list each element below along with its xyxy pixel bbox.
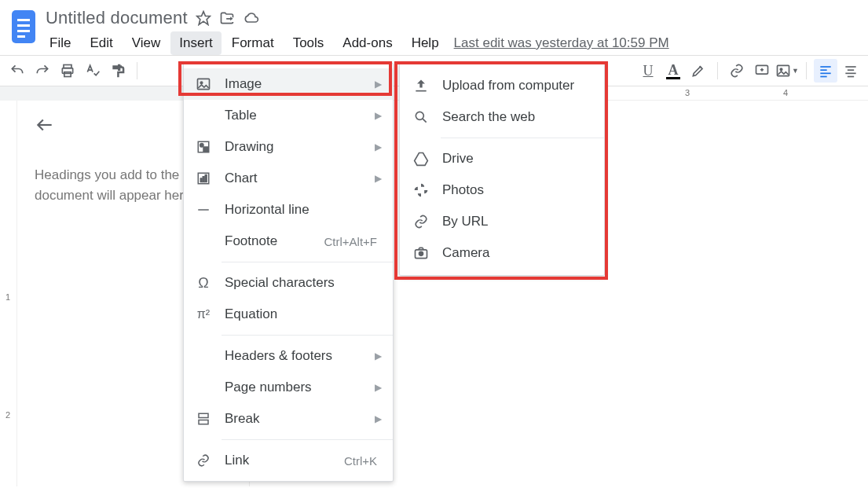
menu-item-label: Footnote <box>225 233 311 249</box>
upload-from-computer-item[interactable]: Upload from computer <box>400 70 604 101</box>
image-icon <box>195 76 212 92</box>
svg-line-35 <box>423 119 427 123</box>
underline-button[interactable]: U <box>636 59 660 83</box>
spellcheck-button[interactable] <box>81 59 104 83</box>
svg-rect-27 <box>200 178 202 182</box>
chevron-right-icon: ▶ <box>375 110 382 121</box>
insert-image-button[interactable]: ▼ <box>775 59 799 83</box>
insert-dropdown: Image ▶ Table ▶ Drawing ▶ Chart ▶ Horizo… <box>183 63 394 482</box>
move-icon[interactable] <box>219 10 235 26</box>
camera-item[interactable]: Camera <box>400 237 604 269</box>
menu-tools[interactable]: Tools <box>284 31 333 55</box>
docs-logo-icon[interactable] <box>6 5 41 49</box>
insert-link-button[interactable] <box>725 59 749 83</box>
horizontal-line-icon <box>195 203 212 217</box>
menu-item-label: Drawing <box>225 139 377 155</box>
menu-view[interactable]: View <box>123 31 170 55</box>
add-comment-button[interactable] <box>750 59 774 83</box>
drive-item[interactable]: Drive <box>400 143 604 174</box>
redo-button[interactable] <box>31 59 54 83</box>
menu-edit[interactable]: Edit <box>81 31 121 55</box>
svg-point-38 <box>419 251 423 255</box>
by-url-item[interactable]: By URL <box>400 206 604 237</box>
shortcut-text: Ctrl+Alt+F <box>324 235 377 248</box>
chevron-right-icon: ▶ <box>375 382 382 393</box>
search-the-web-item[interactable]: Search the web <box>400 101 604 133</box>
link-icon <box>412 214 430 229</box>
insert-hr-item[interactable]: Horizontal line <box>184 194 393 226</box>
submenu-label: Camera <box>442 245 489 261</box>
paint-format-button[interactable] <box>106 59 130 83</box>
menu-item-label: Table <box>225 108 377 123</box>
insert-headers-footers-item[interactable]: Headers & footers ▶ <box>184 340 393 372</box>
toolbar-separator <box>137 62 137 79</box>
insert-special-chars-item[interactable]: Ω Special characters <box>184 267 393 299</box>
chevron-right-icon: ▶ <box>375 350 382 361</box>
insert-footnote-item[interactable]: Footnote Ctrl+Alt+F <box>184 226 393 257</box>
submenu-label: Upload from computer <box>442 78 574 94</box>
menu-separator <box>222 262 393 262</box>
star-icon[interactable] <box>196 10 211 26</box>
menu-item-label: Link <box>225 453 331 468</box>
insert-table-item[interactable]: Table ▶ <box>184 100 393 131</box>
align-left-button[interactable] <box>814 59 837 83</box>
svg-rect-1 <box>17 19 30 21</box>
submenu-label: Search the web <box>442 109 535 125</box>
image-submenu: Upload from computer Search the web Driv… <box>399 63 605 276</box>
link-icon <box>195 453 212 468</box>
chevron-right-icon: ▶ <box>375 173 382 184</box>
menu-item-label: Image <box>225 76 377 92</box>
submenu-label: Photos <box>442 182 484 198</box>
vertical-ruler[interactable]: 1 2 <box>0 101 17 486</box>
print-button[interactable] <box>56 59 79 83</box>
toolbar-separator <box>717 62 718 79</box>
undo-button[interactable] <box>5 59 29 83</box>
svg-rect-32 <box>199 420 208 424</box>
insert-equation-item[interactable]: π² Equation <box>184 299 393 330</box>
toolbar-separator <box>806 62 807 79</box>
menu-item-label: Equation <box>225 306 377 322</box>
chevron-right-icon: ▶ <box>375 141 382 152</box>
text-color-button[interactable]: A <box>661 59 685 83</box>
menu-item-label: Page numbers <box>225 380 377 395</box>
photos-item[interactable]: Photos <box>400 174 604 206</box>
menu-insert[interactable]: Insert <box>170 31 222 55</box>
last-edit-link[interactable]: Last edit was yesterday at 10:59 PM <box>454 35 669 51</box>
menu-item-label: Special characters <box>225 275 377 291</box>
pi-icon: π² <box>195 307 212 321</box>
cloud-status-icon[interactable] <box>243 10 260 26</box>
document-title[interactable]: Untitled document <box>46 8 188 28</box>
omega-icon: Ω <box>195 275 212 292</box>
insert-link-item[interactable]: Link Ctrl+K <box>184 445 393 476</box>
menu-separator <box>222 439 393 440</box>
menu-help[interactable]: Help <box>403 31 448 55</box>
chart-icon <box>195 171 212 185</box>
break-icon <box>195 412 212 426</box>
svg-rect-29 <box>205 175 207 182</box>
menu-format[interactable]: Format <box>223 31 283 55</box>
insert-chart-item[interactable]: Chart ▶ <box>184 163 393 194</box>
menu-separator <box>222 335 393 336</box>
chevron-right-icon: ▶ <box>375 413 382 424</box>
menu-separator <box>441 138 604 138</box>
shortcut-text: Ctrl+K <box>344 454 377 468</box>
align-center-button[interactable] <box>839 59 863 83</box>
insert-image-item[interactable]: Image ▶ <box>184 68 393 100</box>
svg-marker-5 <box>196 12 210 25</box>
highlight-button[interactable] <box>687 59 710 83</box>
photos-icon <box>412 182 430 198</box>
insert-drawing-item[interactable]: Drawing ▶ <box>184 131 393 163</box>
svg-rect-4 <box>17 35 25 38</box>
menu-item-label: Break <box>225 411 377 427</box>
drive-icon <box>412 151 430 167</box>
menu-addons[interactable]: Add-ons <box>334 31 401 55</box>
menu-file[interactable]: File <box>41 31 79 55</box>
svg-point-22 <box>200 82 203 84</box>
insert-break-item[interactable]: Break ▶ <box>184 403 393 435</box>
svg-rect-28 <box>203 177 204 182</box>
insert-page-numbers-item[interactable]: Page numbers ▶ <box>184 372 393 403</box>
menu-bar: File Edit View Insert Format Tools Add-o… <box>41 28 669 55</box>
upload-icon <box>412 78 430 94</box>
svg-rect-31 <box>199 413 208 417</box>
chevron-right-icon: ▶ <box>375 79 382 90</box>
